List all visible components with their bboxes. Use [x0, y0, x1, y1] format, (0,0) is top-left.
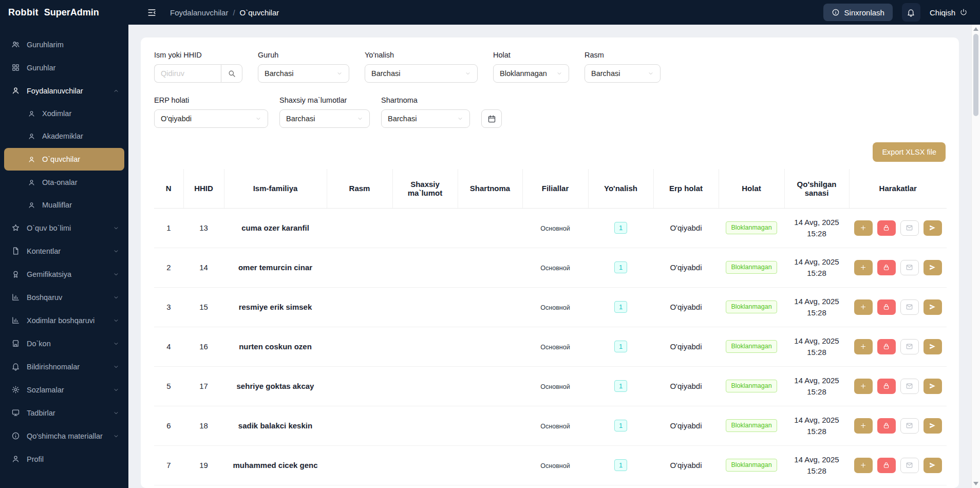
- message-action-button[interactable]: [900, 220, 919, 236]
- table-row: 315resmiye erik simsekОсновной1O'qiyabdi…: [154, 287, 947, 327]
- sidebar-item-o-quvchilar[interactable]: O`quvchilar: [4, 148, 124, 171]
- rasm-select[interactable]: Barchasi: [585, 64, 661, 83]
- add-action-button[interactable]: [854, 299, 873, 315]
- lock-icon: [882, 224, 890, 232]
- sidebar-item-guruhlarim[interactable]: Guruhlarim: [0, 33, 128, 56]
- sidebar-item-o-quv-bo-limi[interactable]: O`quv bo`limi: [0, 216, 128, 239]
- guruh-select[interactable]: Barchasi: [258, 64, 349, 83]
- sidebar-item-guruhlar[interactable]: Guruhlar: [0, 56, 128, 79]
- search-input[interactable]: [154, 64, 221, 83]
- message-action-button[interactable]: [900, 379, 919, 394]
- add-action-button[interactable]: [854, 418, 873, 434]
- students-table: NHHIDIsm-familiyaRasmShaxsiy ma`lumotSha…: [154, 169, 947, 485]
- lock-icon: [882, 303, 890, 311]
- send-action-button[interactable]: [924, 379, 942, 394]
- message-action-button[interactable]: [900, 260, 919, 275]
- lock-icon: [882, 422, 890, 429]
- send-action-button[interactable]: [924, 418, 942, 434]
- sidebar-item-boshqaruv[interactable]: Boshqaruv: [0, 286, 128, 309]
- cell-shaxsiy: [392, 248, 458, 287]
- logout-label: Chiqish: [930, 8, 955, 17]
- filter-label-shartnoma: Shartnoma: [381, 96, 470, 104]
- plus-icon: [859, 264, 867, 271]
- sidebar-item-do-kon[interactable]: Do`kon: [0, 332, 128, 355]
- cell-rasm: [327, 248, 392, 287]
- shop-icon: [11, 339, 20, 348]
- sidebar-item-foydalanuvchilar[interactable]: Foydalanuvchilar: [0, 79, 128, 102]
- sidebar-item-bildirishnomalar[interactable]: Bildirishnomalar: [0, 355, 128, 378]
- menu-fold-icon[interactable]: [147, 8, 157, 17]
- logout-button[interactable]: Chiqish: [930, 8, 968, 17]
- send-action-button[interactable]: [924, 339, 942, 354]
- sidebar-item-xodimlar-boshqaruvi[interactable]: Xodimlar boshqaruvi: [0, 309, 128, 332]
- mail-icon: [906, 461, 913, 469]
- block-action-button[interactable]: [877, 379, 896, 394]
- cell-index: 5: [154, 366, 183, 406]
- vertical-scrollbar[interactable]: [971, 25, 980, 488]
- sidebar-item-profil[interactable]: Profil: [0, 447, 128, 471]
- shartnoma-select[interactable]: Barchasi: [381, 109, 470, 128]
- export-xlsx-button[interactable]: Export XLSX file: [873, 142, 946, 162]
- brand-logo: Robbit: [8, 7, 39, 18]
- send-action-button[interactable]: [924, 299, 942, 315]
- add-action-button[interactable]: [854, 260, 873, 275]
- message-action-button[interactable]: [900, 339, 919, 354]
- block-action-button[interactable]: [877, 339, 896, 354]
- sidebar-item-sozlamalar[interactable]: Sozlamalar: [0, 378, 128, 401]
- notifications-button[interactable]: [902, 3, 920, 22]
- block-action-button[interactable]: [877, 418, 896, 434]
- direction-badge: 1: [614, 261, 627, 274]
- filter-guruh-group: Guruh Barchasi: [258, 51, 349, 83]
- block-action-button[interactable]: [877, 220, 896, 236]
- sidebar-item-ota-onalar[interactable]: Ota-onalar: [0, 171, 128, 194]
- scroll-up-arrow-icon[interactable]: [973, 27, 978, 31]
- message-action-button[interactable]: [900, 418, 919, 434]
- yonalish-select[interactable]: Barchasi: [365, 64, 478, 83]
- sidebar-item-kontentlar[interactable]: Kontentlar: [0, 239, 128, 262]
- shaxsiy-select[interactable]: Barchasi: [279, 109, 370, 128]
- holat-select[interactable]: Bloklanmagan: [493, 64, 569, 83]
- send-icon: [929, 461, 936, 469]
- add-action-button[interactable]: [854, 220, 873, 236]
- send-icon: [929, 264, 936, 271]
- sidebar: GuruhlarimGuruhlarFoydalanuvchilarXodiml…: [0, 25, 128, 488]
- filter-label-shaxsiy: Shaxsiy ma`lumotlar: [279, 96, 370, 104]
- block-action-button[interactable]: [877, 458, 896, 473]
- cell-filiallar: Основной: [522, 406, 588, 445]
- sidebar-item-xodimlar[interactable]: Xodimlar: [0, 102, 128, 125]
- cell-erp-holat: O'qiyabdi: [653, 406, 719, 445]
- sidebar-item-mualliflar[interactable]: Mualliflar: [0, 194, 128, 216]
- breadcrumb-item[interactable]: Foydalanuvchilar: [170, 8, 228, 17]
- cell-index: 4: [154, 327, 183, 366]
- message-action-button[interactable]: [900, 458, 919, 473]
- sidebar-item-label: Akademiklar: [42, 132, 119, 140]
- add-action-button[interactable]: [854, 379, 873, 394]
- filters-row-1: Ism yoki HHID Guruh Barchasi Yo'nalish: [154, 51, 946, 83]
- scrollbar-thumb[interactable]: [973, 34, 978, 116]
- add-action-button[interactable]: [854, 339, 873, 354]
- block-action-button[interactable]: [877, 260, 896, 275]
- sidebar-item-qo-shimcha-materiallar[interactable]: Qo'shimcha materiallar: [0, 424, 128, 447]
- erp-select[interactable]: O'qiyabdi: [154, 109, 268, 128]
- cell-name: sehriye goktas akcay: [224, 366, 327, 406]
- block-action-button[interactable]: [877, 299, 896, 315]
- sidebar-item-tadbirlar[interactable]: Tadbirlar: [0, 401, 128, 424]
- sidebar-item-gemifikatsiya[interactable]: Gemifikatsiya: [0, 262, 128, 286]
- send-action-button[interactable]: [924, 220, 942, 236]
- chevron-up-icon: [113, 88, 119, 94]
- breadcrumb-item-current[interactable]: O`quvchilar: [240, 8, 279, 17]
- mail-icon: [906, 343, 913, 350]
- calendar-button[interactable]: [481, 109, 502, 128]
- message-action-button[interactable]: [900, 299, 919, 315]
- column-header-holat: Holat: [719, 169, 784, 208]
- send-action-button[interactable]: [924, 260, 942, 275]
- info-circle-icon: [11, 431, 20, 440]
- scroll-down-arrow-icon[interactable]: [973, 482, 978, 485]
- send-action-button[interactable]: [924, 458, 942, 473]
- search-button[interactable]: [221, 64, 242, 83]
- cell-hhid: 17: [183, 366, 224, 406]
- sidebar-item-akademiklar[interactable]: Akademiklar: [0, 125, 128, 147]
- sync-button[interactable]: Sinxronlash: [823, 4, 893, 21]
- add-action-button[interactable]: [854, 458, 873, 473]
- table-row: 113cuma ozer karanfilОсновной1O'qiyabdiB…: [154, 208, 947, 248]
